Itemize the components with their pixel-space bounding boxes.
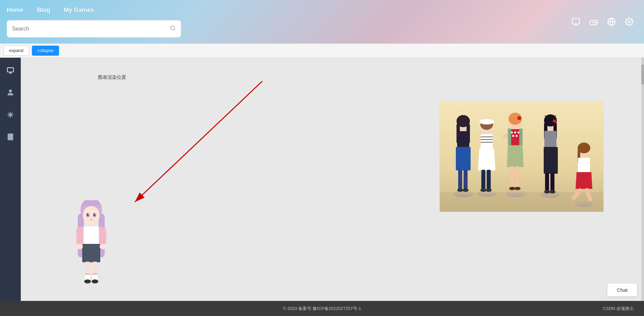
nav: Home Blog My Games bbox=[7, 7, 94, 14]
svg-point-65 bbox=[457, 189, 463, 192]
expand-button[interactable]: expand bbox=[3, 46, 29, 56]
svg-point-87 bbox=[514, 131, 516, 134]
svg-rect-41 bbox=[82, 244, 100, 262]
footer-csdn: CSDN @鬼骑士 bbox=[603, 306, 634, 312]
svg-rect-108 bbox=[550, 173, 554, 192]
footer-copyright: © 2023 备案号:豫ICP备2022027257号-1 bbox=[283, 306, 361, 312]
annotation-arrow bbox=[81, 71, 282, 222]
svg-rect-91 bbox=[508, 128, 511, 147]
svg-point-84 bbox=[517, 116, 521, 120]
svg-point-78 bbox=[480, 189, 486, 192]
svg-point-48 bbox=[84, 279, 91, 283]
svg-line-21 bbox=[8, 113, 9, 114]
svg-rect-115 bbox=[578, 158, 590, 173]
sidebar-book-icon[interactable] bbox=[4, 131, 16, 143]
svg-rect-77 bbox=[487, 170, 491, 190]
svg-rect-50 bbox=[76, 227, 84, 246]
svg-rect-61 bbox=[457, 131, 469, 148]
chart-label: 图表渲染位置 bbox=[98, 74, 126, 81]
svg-rect-40 bbox=[84, 226, 99, 245]
globe-icon[interactable] bbox=[607, 17, 616, 27]
svg-point-52 bbox=[77, 244, 83, 249]
svg-point-90 bbox=[516, 135, 518, 137]
svg-rect-63 bbox=[458, 170, 462, 190]
collapse-button[interactable]: collapse bbox=[32, 46, 59, 56]
svg-rect-93 bbox=[510, 166, 514, 188]
settings-icon[interactable] bbox=[625, 17, 634, 27]
svg-point-67 bbox=[477, 191, 496, 197]
svg-point-109 bbox=[544, 190, 550, 194]
svg-line-24 bbox=[12, 113, 13, 114]
svg-point-37 bbox=[88, 214, 89, 215]
svg-point-111 bbox=[575, 201, 593, 207]
search-icon bbox=[170, 25, 176, 33]
svg-rect-106 bbox=[544, 147, 558, 174]
header: Home Blog My Games bbox=[0, 0, 644, 44]
svg-rect-107 bbox=[545, 173, 549, 192]
footer: © 2023 备案号:豫ICP备2022027257号-1 CSDN @鬼骑士 bbox=[0, 301, 644, 316]
toolbar: expand collapse bbox=[0, 44, 644, 58]
search-box bbox=[7, 20, 181, 38]
svg-point-96 bbox=[515, 187, 521, 190]
sidebar-bug-icon[interactable] bbox=[4, 109, 16, 121]
svg-point-38 bbox=[95, 214, 96, 215]
svg-point-16 bbox=[9, 113, 11, 116]
chat-button[interactable]: Chat bbox=[607, 283, 637, 297]
svg-point-8 bbox=[595, 22, 596, 23]
sidebar bbox=[0, 58, 21, 301]
svg-rect-51 bbox=[99, 227, 106, 246]
svg-rect-92 bbox=[519, 128, 523, 147]
header-right-icons bbox=[571, 17, 634, 27]
search-container bbox=[7, 20, 181, 38]
svg-point-15 bbox=[9, 90, 11, 92]
svg-point-89 bbox=[512, 135, 514, 137]
svg-point-95 bbox=[509, 187, 515, 190]
svg-rect-2 bbox=[572, 18, 580, 24]
svg-rect-12 bbox=[7, 68, 13, 72]
svg-point-32 bbox=[83, 206, 100, 225]
svg-point-66 bbox=[463, 189, 469, 192]
scrollbar-thumb[interactable] bbox=[641, 64, 644, 85]
svg-point-80 bbox=[505, 191, 525, 197]
svg-point-39 bbox=[91, 217, 92, 218]
sidebar-monitor-icon[interactable] bbox=[4, 64, 16, 76]
svg-rect-64 bbox=[464, 170, 468, 190]
tv-icon[interactable] bbox=[571, 17, 581, 27]
nav-blog[interactable]: Blog bbox=[37, 7, 50, 14]
svg-point-110 bbox=[549, 190, 555, 194]
svg-point-56 bbox=[453, 191, 473, 197]
anime-character bbox=[69, 200, 123, 298]
sidebar-user-icon[interactable] bbox=[4, 87, 16, 99]
svg-point-79 bbox=[486, 189, 492, 192]
search-input[interactable] bbox=[12, 26, 166, 32]
anime-group-image bbox=[439, 101, 604, 212]
svg-rect-76 bbox=[481, 170, 485, 190]
svg-rect-105 bbox=[544, 131, 556, 148]
svg-line-22 bbox=[12, 116, 13, 117]
scrollbar[interactable] bbox=[641, 58, 644, 301]
svg-line-23 bbox=[8, 116, 9, 117]
svg-line-26 bbox=[135, 81, 262, 202]
svg-rect-71 bbox=[483, 120, 491, 124]
svg-point-11 bbox=[628, 21, 631, 23]
svg-point-49 bbox=[92, 279, 98, 283]
gamepad-icon[interactable] bbox=[589, 17, 598, 27]
nav-my-games[interactable]: My Games bbox=[64, 7, 94, 14]
svg-point-104 bbox=[553, 119, 556, 123]
svg-line-1 bbox=[174, 29, 175, 30]
svg-point-53 bbox=[100, 244, 106, 249]
content-area: 图表渲染位置 娇娇渲染型 bbox=[21, 58, 644, 301]
svg-rect-72 bbox=[481, 134, 493, 149]
main-layout: 图表渲染位置 娇娇渲染型 bbox=[0, 58, 644, 301]
svg-rect-46 bbox=[85, 273, 90, 275]
nav-home[interactable]: Home bbox=[7, 7, 23, 14]
svg-rect-94 bbox=[516, 166, 520, 188]
svg-point-0 bbox=[170, 26, 174, 30]
svg-rect-47 bbox=[92, 273, 98, 275]
svg-rect-62 bbox=[456, 147, 471, 170]
